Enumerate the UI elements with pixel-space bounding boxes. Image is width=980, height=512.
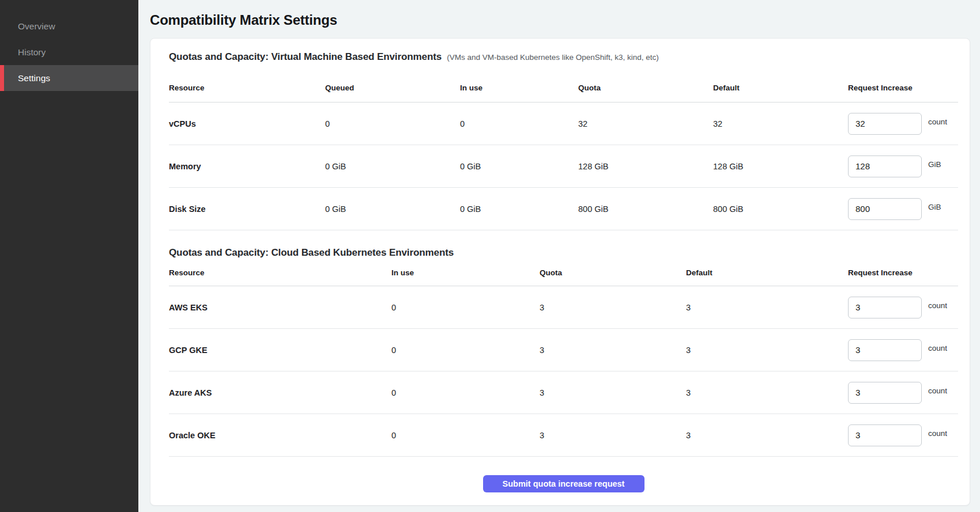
vm-section-header: Quotas and Capacity: Virtual Machine Bas…: [169, 39, 958, 64]
cloud-section-header: Quotas and Capacity: Cloud Based Kuberne…: [169, 230, 958, 260]
quota-value: 3: [540, 431, 686, 440]
default-value: 3: [686, 346, 848, 355]
sidebar-item-settings[interactable]: Settings: [0, 65, 138, 91]
default-value: 3: [686, 303, 848, 312]
quota-value: 3: [540, 346, 686, 355]
vm-table-header: Resource Queued In use Quota Default Req…: [169, 64, 958, 103]
table-row-vcpus: vCPUs 0 0 32 32 count: [169, 103, 958, 145]
vm-col-resource: Resource: [169, 84, 325, 92]
azure-aks-request-increase-input[interactable]: [848, 382, 922, 404]
in-use-value: 0: [391, 346, 540, 355]
vm-col-in-use: In use: [460, 84, 578, 92]
unit-label: count: [928, 429, 947, 438]
table-row-azure-aks: Azure AKS 0 3 3 count: [169, 371, 958, 414]
vm-section-subtitle: (VMs and VM-based Kubernetes like OpenSh…: [447, 53, 659, 62]
resource-name: Disk Size: [169, 204, 325, 214]
quota-value: 800 GiB: [578, 204, 713, 214]
cloud-col-quota: Quota: [540, 268, 686, 277]
cloud-col-in-use: In use: [391, 268, 540, 277]
unit-label: count: [928, 386, 947, 395]
unit-label: count: [928, 117, 947, 126]
queued-value: 0 GiB: [325, 204, 460, 214]
sidebar-item-history[interactable]: History: [0, 39, 138, 65]
default-value: 32: [713, 119, 848, 128]
cloud-section-title: Quotas and Capacity: Cloud Based Kuberne…: [169, 246, 454, 260]
sidebar-item-overview[interactable]: Overview: [0, 13, 138, 39]
main-content: Compatibility Matrix Settings Quotas and…: [138, 0, 980, 512]
queued-value: 0 GiB: [325, 162, 460, 171]
in-use-value: 0: [391, 431, 540, 440]
settings-card: Quotas and Capacity: Virtual Machine Bas…: [150, 38, 970, 506]
quota-value: 128 GiB: [578, 162, 713, 171]
resource-name: AWS EKS: [169, 303, 391, 312]
table-row-aws-eks: AWS EKS 0 3 3 count: [169, 286, 958, 329]
sidebar: Overview History Settings: [0, 0, 138, 512]
vm-col-default: Default: [713, 84, 848, 92]
unit-label: count: [928, 344, 947, 352]
quota-value: 3: [540, 303, 686, 312]
unit-label: count: [928, 301, 947, 310]
vm-section-title: Quotas and Capacity: Virtual Machine Bas…: [169, 50, 442, 64]
vm-col-quota: Quota: [578, 84, 713, 92]
table-row-gcp-gke: GCP GKE 0 3 3 count: [169, 329, 958, 371]
quota-value: 32: [578, 119, 713, 128]
default-value: 128 GiB: [713, 162, 848, 171]
in-use-value: 0 GiB: [460, 204, 578, 214]
table-row-memory: Memory 0 GiB 0 GiB 128 GiB 128 GiB GiB: [169, 145, 958, 188]
vcpus-request-increase-input[interactable]: [848, 113, 922, 135]
gcp-gke-request-increase-input[interactable]: [848, 339, 922, 361]
cloud-table-header: Resource In use Quota Default Request In…: [169, 260, 958, 286]
resource-name: Oracle OKE: [169, 431, 391, 440]
oracle-oke-request-increase-input[interactable]: [848, 424, 922, 446]
quota-value: 3: [540, 388, 686, 397]
default-value: 3: [686, 388, 848, 397]
vm-col-queued: Queued: [325, 84, 460, 92]
in-use-value: 0 GiB: [460, 162, 578, 171]
unit-label: GiB: [928, 160, 941, 169]
cloud-col-resource: Resource: [169, 268, 391, 277]
in-use-value: 0: [391, 388, 540, 397]
default-value: 3: [686, 431, 848, 440]
vm-col-request-increase: Request Increase: [848, 84, 958, 92]
page-title: Compatibility Matrix Settings: [150, 12, 970, 28]
queued-value: 0: [325, 119, 460, 128]
resource-name: vCPUs: [169, 119, 325, 128]
in-use-value: 0: [460, 119, 578, 128]
disk-size-request-increase-input[interactable]: [848, 198, 922, 220]
aws-eks-request-increase-input[interactable]: [848, 297, 922, 318]
default-value: 800 GiB: [713, 204, 848, 214]
card-footer: Submit quota increase request: [169, 457, 958, 492]
cloud-col-default: Default: [686, 268, 848, 277]
in-use-value: 0: [391, 303, 540, 312]
cloud-col-request-increase: Request Increase: [848, 268, 958, 277]
memory-request-increase-input[interactable]: [848, 156, 922, 177]
unit-label: GiB: [928, 203, 941, 211]
table-row-oracle-oke: Oracle OKE 0 3 3 count: [169, 414, 958, 457]
resource-name: Memory: [169, 162, 325, 171]
submit-quota-increase-button[interactable]: Submit quota increase request: [483, 475, 644, 492]
resource-name: Azure AKS: [169, 388, 391, 397]
table-row-disk-size: Disk Size 0 GiB 0 GiB 800 GiB 800 GiB Gi…: [169, 188, 958, 230]
resource-name: GCP GKE: [169, 346, 391, 355]
